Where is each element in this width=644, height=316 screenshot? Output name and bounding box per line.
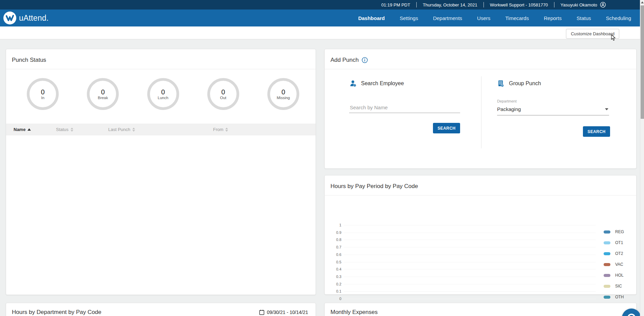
legend-item-ot1[interactable]: OT1 [604,240,623,245]
monthly-expenses-header: Monthly Expenses [325,303,636,316]
add-punch-header: Add Punch [325,49,636,69]
dept-hours-title: Hours by Department by Pay Code [12,309,101,316]
scroll-up-arrow-icon[interactable] [641,1,644,3]
add-punch-sections: Search Employee SEARCH [325,69,636,168]
sort-ascending-icon [27,128,31,131]
legend-label: OT2 [615,251,623,256]
legend-marker [604,263,610,266]
help-button-icon [627,314,636,316]
employee-search-button[interactable]: SEARCH [433,123,460,133]
scrollbar-thumb[interactable] [641,5,644,119]
date-range-value: 09/30/21 - 10/14/21 [267,310,308,315]
chevron-down-icon [605,108,608,110]
legend-marker [604,296,610,299]
punch-status-header: Punch Status [6,49,316,69]
topbar-date: Thursday, October 14, 2021 [416,2,484,7]
y-axis-tick: 0.7 [325,245,341,249]
y-axis-tick: 0.2 [325,282,341,286]
legend-item-hol[interactable]: HOL [604,273,624,278]
pay-period-chart-title: Hours by Pay Period by Pay Code [330,183,418,190]
y-axis-tick: 0.5 [325,260,341,264]
counter-label: Lunch [158,96,168,100]
punch-status-title: Punch Status [12,57,46,63]
department-select[interactable]: Packaging [497,103,609,115]
group-punch-heading: Group Punch [509,80,541,87]
brand-name: uAttend. [19,14,49,23]
column-header-from[interactable]: From [213,127,281,132]
y-axis-tick: 1 [325,223,341,227]
search-name-field [349,103,460,113]
legend-item-ot2[interactable]: OT2 [604,251,623,256]
column-label: From [213,127,223,132]
nav-item-status[interactable]: Status [576,15,591,21]
y-axis-tick: 0 [325,297,341,301]
pay-period-chart-header: Hours by Pay Period by Pay Code [325,175,636,196]
column-header-name[interactable]: Name [6,127,56,132]
group-punch-search-button[interactable]: SEARCH [583,126,610,137]
legend-marker [604,230,610,234]
counter-value: 0 [101,88,105,96]
column-label: Last Punch [108,127,130,132]
y-axis-tick: 0.6 [325,253,341,257]
calendar-icon [259,310,264,315]
gridline [344,269,596,269]
section-divider [481,76,481,148]
gridline [344,299,596,299]
legend-label: OT1 [615,240,623,245]
legend-item-sic[interactable]: SIC [604,284,622,289]
legend-label: VAC [615,262,623,267]
add-punch-title: Add Punch [330,57,359,63]
counter-label: Missing [277,96,290,100]
search-employee-heading-row: Search Employee [349,79,481,88]
page-scrollbar[interactable] [640,0,644,316]
legend-marker [604,285,610,288]
group-punch-heading-row: Group Punch [497,79,636,88]
gridline [344,291,596,292]
time-label: 01:19 PM PDT [381,2,410,7]
legend-item-reg[interactable]: REG [604,229,624,234]
topbar-time: 01:19 PM PDT [375,2,416,7]
pay-period-chart-card: Hours by Pay Period by Pay Code 10.90.80… [324,175,637,295]
legend-label: REG [615,229,624,234]
column-header-status[interactable]: Status [56,127,108,132]
dept-hours-card: Hours by Department by Pay Code 09/30/21… [6,303,316,316]
gridline [344,233,596,233]
y-axis-tick: 0.4 [325,267,341,271]
group-punch-section: Group Punch Department Packaging SEARCH [481,69,636,168]
search-name-input[interactable] [349,103,460,113]
gridline [344,255,596,255]
gridline [344,262,596,262]
building-icon [497,79,505,88]
page-header: Customize Dashboard [0,26,640,39]
punch-counter-missing: 0Missing [267,78,299,110]
y-axis-tick: 0.3 [325,275,341,279]
search-employee-section: Search Employee SEARCH [325,69,481,168]
nav-item-timecards[interactable]: Timecards [505,15,529,21]
nav-item-departments[interactable]: Departments [433,15,462,21]
counter-value: 0 [41,88,44,96]
counter-value: 0 [281,88,285,96]
punch-table-header: NameStatusLast PunchFrom [6,124,316,135]
monthly-expenses-card: Monthly Expenses [324,303,637,316]
uattend-logo[interactable]: uAttend. [3,12,49,24]
info-icon[interactable] [362,57,368,63]
legend-item-oth[interactable]: OTH [604,295,624,299]
topbar: 01:19 PM PDT Thursday, October 14, 2021 … [0,0,640,10]
legend-item-vac[interactable]: VAC [604,262,623,267]
nav-item-reports[interactable]: Reports [544,15,562,21]
y-axis-tick: 0.8 [325,238,341,242]
person-icon [349,79,357,88]
date-range-picker[interactable]: 09/30/21 - 10/14/21 [259,310,308,315]
nav-item-scheduling[interactable]: Scheduling [606,15,631,21]
nav-item-settings[interactable]: Settings [400,15,418,21]
nav-item-dashboard[interactable]: Dashboard [358,15,385,21]
gridline [344,277,596,277]
column-header-last-punch[interactable]: Last Punch [108,127,213,132]
sort-icon [132,128,135,132]
topbar-account: Workwell Support - 10581770 [484,2,554,7]
column-label: Status [56,127,69,132]
department-label: Department [497,99,609,103]
topbar-user-menu[interactable]: Yasuyuki Okamoto [554,2,606,7]
nav-item-users[interactable]: Users [477,15,490,21]
column-label: Name [14,127,25,132]
